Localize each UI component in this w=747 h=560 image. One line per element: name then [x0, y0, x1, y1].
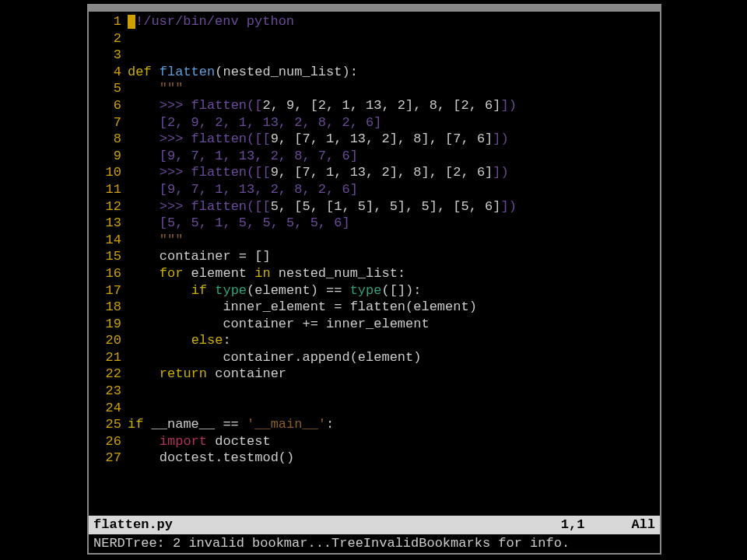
line-number: 26 — [89, 433, 128, 450]
code-line[interactable]: 27 doctest.testmod() — [89, 450, 660, 467]
message-line: NERDTree: 2 invalid bookmar...TreeInvali… — [89, 534, 660, 553]
code-line[interactable]: 1!/usr/bin/env python — [89, 13, 660, 30]
line-number: 19 — [89, 316, 128, 333]
code-line[interactable]: 5 """ — [89, 80, 660, 97]
code-line[interactable]: 16 for element in nested_num_list: — [89, 265, 660, 282]
line-number: 5 — [89, 80, 128, 97]
code-line[interactable]: 3 — [89, 47, 660, 64]
code-line[interactable]: 25if __name__ == '__main__': — [89, 416, 660, 433]
code-line[interactable]: 26 import doctest — [89, 433, 660, 450]
line-number: 23 — [89, 383, 128, 400]
line-number: 7 — [89, 114, 128, 131]
code-content[interactable]: >>> flatten([[9, [7, 1, 13, 2], 8], [2, … — [128, 164, 660, 181]
line-number: 24 — [89, 400, 128, 417]
code-line[interactable]: 13 [5, 5, 1, 5, 5, 5, 5, 6] — [89, 215, 660, 232]
line-number: 25 — [89, 416, 128, 433]
code-line[interactable]: 21 container.append(element) — [89, 349, 660, 366]
line-number: 9 — [89, 148, 128, 165]
code-line[interactable]: 6 >>> flatten([2, 9, [2, 1, 13, 2], 8, [… — [89, 97, 660, 114]
code-content[interactable]: >>> flatten([2, 9, [2, 1, 13, 2], 8, [2,… — [128, 97, 660, 114]
code-line[interactable]: 9 [9, 7, 1, 13, 2, 8, 7, 6] — [89, 148, 660, 165]
code-line[interactable]: 4def flatten(nested_num_list): — [89, 64, 660, 81]
code-line[interactable]: 24 — [89, 400, 660, 417]
code-content[interactable]: return container — [128, 366, 660, 383]
code-content[interactable]: [5, 5, 1, 5, 5, 5, 5, 6] — [128, 215, 660, 232]
code-content[interactable]: !/usr/bin/env python — [128, 13, 660, 30]
code-line[interactable]: 7 [2, 9, 2, 1, 13, 2, 8, 2, 6] — [89, 114, 660, 131]
code-content[interactable]: [2, 9, 2, 1, 13, 2, 8, 2, 6] — [128, 114, 660, 131]
code-line[interactable]: 22 return container — [89, 366, 660, 383]
line-number: 11 — [89, 181, 128, 198]
code-content[interactable]: doctest.testmod() — [128, 450, 660, 467]
line-number: 14 — [89, 232, 128, 249]
line-number: 1 — [89, 13, 128, 30]
line-number: 27 — [89, 450, 128, 467]
terminal-window: 1!/usr/bin/env python234def flatten(nest… — [87, 4, 661, 555]
code-content[interactable]: """ — [128, 232, 660, 249]
code-content[interactable]: """ — [128, 80, 660, 97]
code-content[interactable]: if __name__ == '__main__': — [128, 416, 660, 433]
status-cursor-position: 1,1 — [561, 516, 585, 534]
code-content[interactable]: else: — [128, 332, 660, 349]
code-content[interactable]: container.append(element) — [128, 349, 660, 366]
line-number: 6 — [89, 97, 128, 114]
code-line[interactable]: 19 container += inner_element — [89, 316, 660, 333]
code-editor[interactable]: 1!/usr/bin/env python234def flatten(nest… — [89, 12, 660, 516]
line-number: 17 — [89, 282, 128, 299]
line-number: 13 — [89, 215, 128, 232]
code-line[interactable]: 12 >>> flatten([[5, [5, [1, 5], 5], 5], … — [89, 198, 660, 215]
code-content[interactable]: [9, 7, 1, 13, 2, 8, 7, 6] — [128, 148, 660, 165]
cursor — [128, 15, 135, 29]
code-content[interactable]: def flatten(nested_num_list): — [128, 64, 660, 81]
code-line[interactable]: 2 — [89, 30, 660, 47]
code-content[interactable]: for element in nested_num_list: — [128, 265, 660, 282]
code-line[interactable]: 10 >>> flatten([[9, [7, 1, 13, 2], 8], [… — [89, 164, 660, 181]
code-content[interactable]: if type(element) == type([]): — [128, 282, 660, 299]
code-line[interactable]: 18 inner_element = flatten(element) — [89, 299, 660, 316]
status-filename: flatten.py — [93, 516, 173, 534]
line-number: 12 — [89, 198, 128, 215]
code-content[interactable]: import doctest — [128, 433, 660, 450]
status-scroll-indicator: All — [631, 516, 655, 534]
line-number: 8 — [89, 131, 128, 148]
status-bar: flatten.py 1,1 All — [89, 516, 660, 534]
line-number: 15 — [89, 248, 128, 265]
line-number: 20 — [89, 332, 128, 349]
code-content[interactable] — [128, 383, 660, 400]
line-number: 10 — [89, 164, 128, 181]
code-content[interactable]: [9, 7, 1, 13, 2, 8, 2, 6] — [128, 181, 660, 198]
line-number: 16 — [89, 265, 128, 282]
code-line[interactable]: 14 """ — [89, 232, 660, 249]
code-content[interactable]: >>> flatten([[9, [7, 1, 13, 2], 8], [7, … — [128, 131, 660, 148]
code-content[interactable] — [128, 400, 660, 417]
line-number: 4 — [89, 64, 128, 81]
code-line[interactable]: 23 — [89, 383, 660, 400]
code-line[interactable]: 17 if type(element) == type([]): — [89, 282, 660, 299]
code-line[interactable]: 8 >>> flatten([[9, [7, 1, 13, 2], 8], [7… — [89, 131, 660, 148]
line-number: 21 — [89, 349, 128, 366]
code-content[interactable]: >>> flatten([[5, [5, [1, 5], 5], 5], [5,… — [128, 198, 660, 215]
code-line[interactable]: 11 [9, 7, 1, 13, 2, 8, 2, 6] — [89, 181, 660, 198]
line-number: 18 — [89, 299, 128, 316]
code-line[interactable]: 20 else: — [89, 332, 660, 349]
line-number: 3 — [89, 47, 128, 64]
line-number: 22 — [89, 366, 128, 383]
code-content[interactable]: container += inner_element — [128, 316, 660, 333]
code-content[interactable] — [128, 30, 660, 47]
code-content[interactable] — [128, 47, 660, 64]
code-content[interactable]: inner_element = flatten(element) — [128, 299, 660, 316]
code-line[interactable]: 15 container = [] — [89, 248, 660, 265]
line-number: 2 — [89, 30, 128, 47]
code-content[interactable]: container = [] — [128, 248, 660, 265]
